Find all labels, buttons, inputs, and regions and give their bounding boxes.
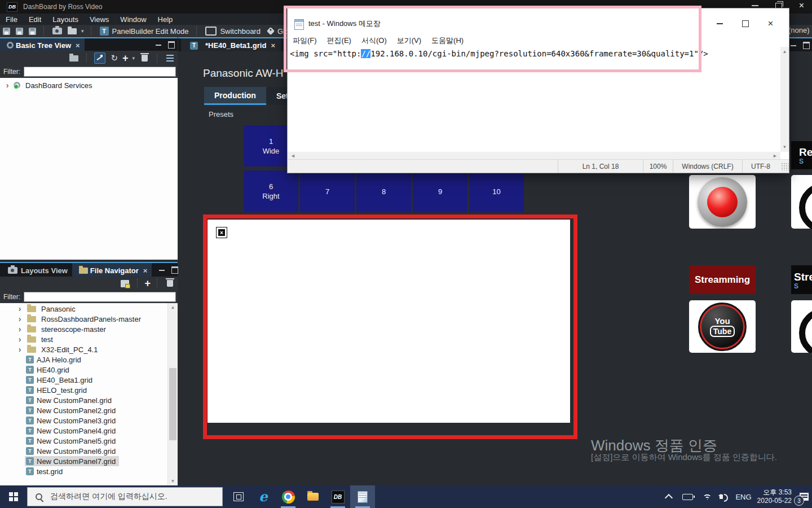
close-icon[interactable]: × [799, 2, 804, 10]
notepad-button[interactable] [350, 485, 375, 508]
file-tree-folder[interactable]: › Panasonic [0, 304, 167, 314]
preset-button-9[interactable]: 9 [413, 170, 467, 212]
tab-production[interactable]: Production [204, 87, 266, 105]
file-tree-file[interactable]: T New CustomPanel.grid [0, 395, 167, 405]
menu-views[interactable]: Views [84, 15, 114, 24]
file-explorer-button[interactable] [301, 485, 325, 508]
new-folder-icon[interactable] [69, 55, 78, 62]
expand-arrow-icon[interactable]: › [16, 304, 24, 313]
scroll-down-icon[interactable]: ▼ [780, 144, 789, 150]
volume-icon[interactable] [720, 494, 723, 499]
youtube-button-icon[interactable]: You Tube [698, 303, 747, 351]
minimize-icon[interactable] [707, 15, 732, 32]
global-labels-icon[interactable] [267, 27, 275, 35]
youtube-button-card[interactable]: You Tube [689, 300, 756, 353]
clock[interactable]: 오후 3:53 2020-05-22 [757, 488, 792, 505]
tab-file-navigator[interactable]: File Navigator × [72, 263, 152, 278]
expand-arrow-icon[interactable]: › [16, 325, 24, 334]
files-filter-input[interactable] [24, 292, 176, 302]
scroll-up-icon[interactable]: ▲ [780, 49, 789, 54]
delete-icon[interactable] [142, 55, 148, 62]
notepad-vertical-scrollbar[interactable]: ▲ ▼ [780, 47, 789, 152]
maximize-panel-icon[interactable] [803, 42, 810, 49]
taskbar-search[interactable]: 검색하려면 여기에 입력하십시오. [27, 487, 223, 506]
save-icon[interactable] [3, 28, 10, 35]
file-tree-file-selected[interactable]: T New CustomPanel7.grid [0, 456, 167, 466]
wifi-icon[interactable] [703, 494, 712, 500]
chrome-button[interactable] [276, 485, 301, 508]
file-tree-folder[interactable]: › RossDashboardPanels-master [0, 314, 167, 324]
add-connection-icon[interactable]: + [122, 54, 129, 63]
close-tab-icon[interactable]: × [271, 41, 275, 50]
expand-arrow-icon[interactable]: › [16, 345, 24, 354]
file-tree-file[interactable]: T New CustomPanel5.grid [0, 436, 167, 446]
tab-layouts-view[interactable]: Layouts View [0, 263, 72, 278]
resize-grip[interactable] [781, 163, 789, 170]
file-tree-folder[interactable]: › X32-Edit_PC_4.1 [0, 344, 167, 354]
save-all-icon[interactable] [29, 28, 36, 35]
menu-edit[interactable]: Edit [23, 15, 47, 24]
maximize-panel-icon[interactable] [168, 41, 175, 49]
record-button-card[interactable] [689, 175, 756, 229]
preset-button-6-right[interactable]: 6 Right [244, 170, 298, 212]
new-panel-icon[interactable] [121, 280, 129, 287]
task-view-button[interactable] [226, 485, 251, 508]
file-tree-file[interactable]: T HE40.grid [0, 365, 167, 375]
stop-button-card-2[interactable] [791, 300, 812, 353]
file-tree-file[interactable]: T HE40_Beta1.grid [0, 375, 167, 385]
scroll-down-icon[interactable]: ▼ [168, 479, 178, 484]
np-menu-help[interactable]: 도움말(H) [426, 36, 469, 46]
menu-window[interactable]: Window [114, 15, 152, 24]
np-menu-view[interactable]: 보기(V) [392, 36, 426, 46]
record-button-icon[interactable] [698, 177, 747, 227]
expand-arrow-icon[interactable]: › [16, 335, 24, 344]
minimize-icon[interactable] [752, 5, 758, 6]
notepad-horizontal-scrollbar[interactable]: ◄ ► [288, 152, 780, 160]
internet-explorer-button[interactable]: e [251, 485, 276, 508]
minimize-panel-icon[interactable] [159, 270, 165, 271]
tree-item-dashboard-services[interactable]: › DashBoard Services [3, 80, 167, 90]
panelbuilder-edit-mode-button[interactable]: PanelBuilder Edit Mode [112, 27, 189, 36]
np-menu-edit[interactable]: 편집(E) [322, 36, 356, 46]
menu-file[interactable]: File [0, 15, 23, 24]
file-list-scrollbar[interactable]: ▲ ▼ [167, 303, 178, 485]
np-menu-format[interactable]: 서식(O) [356, 36, 392, 46]
file-tree-file[interactable]: T New CustomPanel6.grid [0, 446, 167, 456]
switchboard-icon[interactable] [205, 27, 217, 36]
scroll-up-icon[interactable]: ▲ [168, 305, 178, 310]
file-tree-file[interactable]: T test.grid [0, 466, 167, 476]
notepad-text-area[interactable]: <img src="http://192.168.0.10/cgi-bin/mj… [288, 47, 780, 152]
save-as-icon[interactable] [16, 28, 23, 35]
file-tree-file[interactable]: T New CustomPanel3.grid [0, 415, 167, 426]
add-file-icon[interactable]: + [144, 279, 151, 288]
close-icon[interactable]: × [758, 15, 783, 32]
file-tree-file[interactable]: T HELO_test.grid [0, 385, 167, 395]
minimize-panel-icon[interactable] [156, 45, 161, 46]
stop-button-card[interactable] [791, 175, 812, 229]
open-folder-icon[interactable] [68, 28, 77, 34]
minimize-panel-icon[interactable] [791, 45, 796, 46]
scrollbar-thumb[interactable] [169, 368, 176, 440]
add-caret-icon[interactable]: ▾ [132, 55, 135, 61]
close-tab-icon[interactable]: × [143, 266, 148, 275]
dashboard-button[interactable]: DB [325, 485, 350, 508]
scroll-right-icon[interactable]: ► [773, 152, 778, 160]
tray-expand-icon[interactable] [665, 494, 673, 502]
maximize-panel-icon[interactable] [171, 266, 178, 274]
file-tree-folder[interactable]: › test [0, 334, 167, 344]
refresh-icon[interactable]: ↻ [111, 54, 118, 62]
start-button[interactable] [0, 485, 27, 508]
menu-help[interactable]: Help [152, 15, 179, 24]
language-indicator[interactable]: ENG [735, 493, 751, 501]
file-tree-file[interactable]: T AJA Helo.grid [0, 354, 167, 365]
edit-mode-icon[interactable] [94, 52, 105, 64]
file-tree-file[interactable]: T New CustomPanel4.grid [0, 426, 167, 436]
tree-filter-input[interactable] [24, 67, 176, 77]
close-tab-icon[interactable]: × [76, 41, 80, 50]
snapshot-icon[interactable] [52, 28, 62, 34]
file-tree-file[interactable]: T New CustomPanel2.grid [0, 405, 167, 415]
preset-button-8[interactable]: 8 [356, 170, 411, 212]
file-tree-folder[interactable]: › stereoscope-master [0, 324, 167, 334]
switchboard-button[interactable]: Switchboard [220, 27, 261, 36]
scroll-left-icon[interactable]: ◄ [290, 152, 295, 160]
